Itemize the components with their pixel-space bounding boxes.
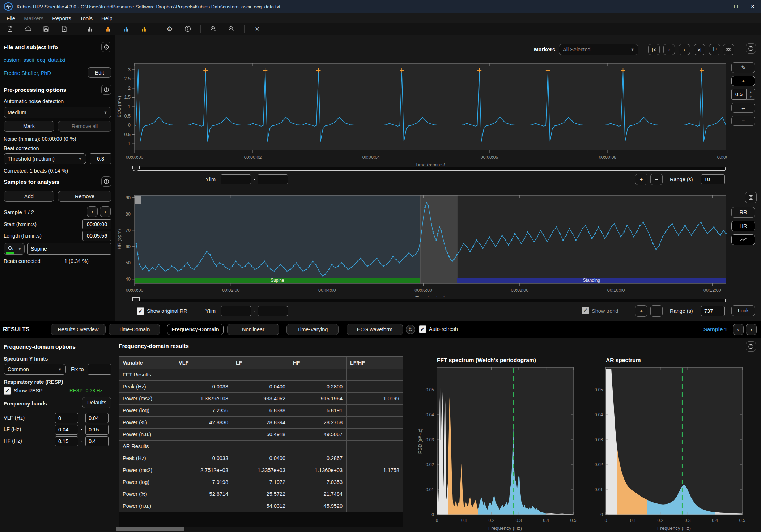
table-cell: 50.4918: [232, 429, 289, 441]
hr-view-button[interactable]: HR: [731, 221, 755, 231]
ecg-range-zoom-out-button[interactable]: −: [650, 174, 663, 185]
ecg-ylim-max-input[interactable]: [258, 174, 288, 184]
close-button[interactable]: ✕: [744, 0, 761, 13]
settings-gear-icon[interactable]: ⚙: [164, 24, 175, 34]
hr-ylim-max-input[interactable]: [258, 306, 288, 316]
hr-scrollbar[interactable]: [133, 299, 726, 302]
table-hscrollbar[interactable]: [116, 527, 184, 531]
open-file-icon[interactable]: [4, 24, 15, 34]
report-yellow-icon[interactable]: [139, 24, 149, 34]
next-results-sample-button[interactable]: ›: [746, 324, 757, 335]
ecg-zoom-in-button[interactable]: +: [731, 76, 755, 86]
band-from-input-1[interactable]: 0.04: [55, 425, 78, 435]
zoom-in-icon[interactable]: [208, 24, 219, 34]
export-file-icon[interactable]: [59, 24, 69, 34]
table-row-label: Power (log): [119, 476, 175, 488]
ecg-range-zoom-in-button[interactable]: +: [635, 174, 647, 185]
sample-start-input[interactable]: 00:00:00: [82, 219, 111, 229]
report-orange-icon[interactable]: [102, 24, 113, 34]
table-cell: 49.5067: [289, 429, 347, 441]
info-icon[interactable]: [182, 24, 193, 34]
ecg-fit-width-button[interactable]: ↔: [731, 103, 755, 113]
hr-range-zoom-in-button[interactable]: +: [635, 305, 647, 317]
band-from-input-2[interactable]: 0.15: [55, 436, 78, 446]
samples-info-button[interactable]: [101, 176, 111, 187]
band-to-input-0[interactable]: 0.04: [85, 413, 109, 423]
rr-view-button[interactable]: RR: [731, 207, 755, 218]
tab-frequency-domain[interactable]: Frequency-Domain: [167, 324, 224, 335]
tab-nonlinear[interactable]: Nonlinear: [227, 324, 279, 335]
menu-item-markers[interactable]: Markers: [20, 14, 47, 22]
tab-time-varying[interactable]: Time-Varying: [286, 324, 339, 335]
band-to-input-2[interactable]: 0.4: [85, 436, 109, 446]
prev-results-sample-button[interactable]: ‹: [733, 324, 744, 335]
spinner-down-icon[interactable]: ▼: [747, 94, 755, 99]
sample-length-input[interactable]: 00:05:56: [82, 231, 111, 241]
edit-ecg-button[interactable]: ✎: [731, 62, 755, 73]
results-info-button[interactable]: [746, 341, 756, 352]
file-info-info-button[interactable]: [101, 42, 111, 52]
table-cell: [347, 452, 403, 464]
menu-item-reports[interactable]: Reports: [48, 14, 75, 22]
sample-name-input[interactable]: Supine: [27, 243, 111, 255]
trend-view-button[interactable]: [731, 234, 755, 245]
menu-item-help[interactable]: Help: [98, 14, 116, 22]
ecg-scrollbar[interactable]: [133, 167, 726, 171]
defaults-button[interactable]: Defaults: [82, 397, 111, 408]
preprocessing-info-button[interactable]: [101, 85, 111, 95]
threshold-input[interactable]: 0.3: [90, 153, 111, 164]
band-from-input-0[interactable]: 0: [55, 413, 78, 423]
beat-correction-dropdown[interactable]: Threshold (medium)▼: [4, 153, 86, 164]
remove-sample-button[interactable]: Remove: [58, 191, 111, 202]
next-sample-button[interactable]: ›: [100, 206, 111, 217]
svg-text:ECG (mV): ECG (mV): [116, 96, 122, 118]
add-sample-button[interactable]: Add: [4, 191, 54, 202]
hr-range-zoom-out-button[interactable]: −: [650, 305, 663, 317]
ecg-ylim-min-input[interactable]: [221, 174, 251, 184]
spectrum-ylimits-dropdown[interactable]: Common▼: [4, 364, 66, 375]
tab-ecg-waveform[interactable]: ECG waveform: [347, 324, 403, 335]
minimize-button[interactable]: ─: [711, 0, 728, 13]
band-to-input-1[interactable]: 0.15: [85, 425, 109, 435]
cloud-icon[interactable]: [22, 24, 33, 34]
ecg-gain-spinner[interactable]: 0.5 ▲ ▼: [731, 89, 755, 100]
menu-item-file[interactable]: File: [3, 14, 19, 22]
svg-text:60: 60: [126, 244, 131, 249]
save-icon[interactable]: [41, 24, 51, 34]
show-original-rr-label: Show original RR: [147, 308, 187, 314]
table-header-cell: LF/HF: [347, 357, 403, 369]
edit-button[interactable]: Edit: [88, 67, 111, 78]
table-cell: 1.0199: [347, 393, 403, 405]
subject-link[interactable]: Fredric Shaffer, PhD: [4, 70, 51, 76]
fix-to-input[interactable]: [88, 364, 111, 375]
mark-button[interactable]: Mark: [4, 121, 54, 132]
report-blue-icon[interactable]: [120, 24, 131, 34]
auto-refresh-checkbox[interactable]: ✓: [419, 325, 426, 333]
zoom-out-icon[interactable]: [226, 24, 237, 34]
report-gray-icon[interactable]: [84, 24, 95, 34]
lock-button[interactable]: Lock: [731, 305, 755, 316]
hr-range-input[interactable]: 737: [701, 306, 725, 316]
ecg-zoom-out-button[interactable]: −: [731, 116, 755, 126]
filename-link[interactable]: custom_ascii_ecg_data.txt: [4, 57, 65, 63]
show-original-rr-checkbox[interactable]: ✓: [137, 307, 144, 315]
ecg-range-input[interactable]: 10: [701, 174, 725, 184]
show-trend-checkbox[interactable]: ✓: [582, 307, 589, 314]
close-analysis-icon[interactable]: ✕: [252, 24, 263, 34]
maximize-button[interactable]: ☐: [728, 0, 744, 13]
plots-info-button[interactable]: [746, 43, 756, 54]
refresh-button[interactable]: ↻: [406, 325, 415, 334]
tab-time-domain[interactable]: Time-Domain: [109, 324, 160, 335]
show-resp-checkbox[interactable]: ✓: [4, 387, 11, 395]
hr-fit-vertical-button[interactable]: [745, 192, 757, 203]
hr-ylim-min-input[interactable]: [221, 306, 251, 316]
prev-sample-button[interactable]: ‹: [87, 206, 98, 217]
spinner-up-icon[interactable]: ▲: [747, 89, 755, 94]
menu-item-tools[interactable]: Tools: [76, 14, 96, 22]
tab-results-overview[interactable]: Results Overview: [51, 324, 106, 335]
table-row: Power (%)52.671425.572221.7484: [119, 488, 403, 500]
remove-all-button[interactable]: Remove all: [58, 121, 111, 132]
noise-level-dropdown[interactable]: Medium▼: [4, 107, 111, 118]
sample-color-button[interactable]: ▼: [4, 243, 25, 255]
svg-text:Time (h:min:s): Time (h:min:s): [415, 162, 445, 166]
